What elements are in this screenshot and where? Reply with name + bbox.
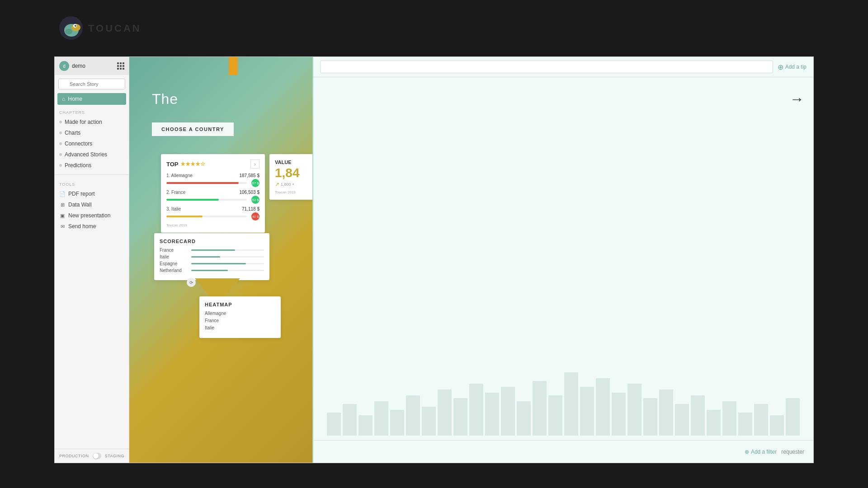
heatmap-row-france: France (205, 318, 275, 323)
chart-bar (675, 404, 689, 436)
svg-point-5 (75, 25, 76, 26)
value-number: 1,84 (275, 167, 309, 179)
top-card-title: TOP ★★★★☆ (166, 161, 205, 168)
logo-icon (59, 16, 84, 41)
chapters-section-label: Chapters (55, 107, 129, 117)
sidebar: d demo 🔍 ⌂ Home Chapters Made for (55, 57, 129, 463)
sidebar-header: d demo (55, 57, 129, 75)
badge-value: 40 $ (252, 215, 259, 219)
chart-bar (627, 384, 642, 436)
rank-badge: 40 $ (251, 212, 259, 221)
apps-grid-icon[interactable] (117, 62, 124, 70)
top-card-footer: Toucan 2019 (166, 223, 259, 227)
heatmap-card: HEATMAP Allemagne France Italie (199, 296, 281, 338)
main-content: The CHOOSE A COUNTRY TOP ★★★★☆ › 1. Alle… (129, 57, 813, 463)
chart-bar (517, 401, 531, 436)
chart-bar (406, 395, 420, 436)
scorecard-bar-area (191, 249, 264, 251)
choose-country-button[interactable]: CHOOSE A COUNTRY (152, 122, 234, 136)
requester-button[interactable]: requester (781, 449, 804, 455)
add-filter-button[interactable]: ⊕ Add a filter (745, 449, 777, 455)
rank-label: 3. Italie (166, 206, 200, 211)
sidebar-item-charts[interactable]: Charts (55, 127, 129, 138)
analytics-search[interactable] (320, 61, 773, 73)
add-filter-icon: ⊕ (745, 449, 749, 455)
rank-bar-container (166, 199, 247, 201)
chart-bar (707, 410, 721, 436)
chart-bar (390, 410, 404, 436)
sidebar-item-connectors[interactable]: Connectors (55, 138, 129, 149)
nav-dot (59, 142, 62, 145)
home-icon: ⌂ (62, 96, 65, 102)
sidebar-item-made-for-action[interactable]: Made for action (55, 117, 129, 127)
nav-dot (59, 153, 62, 156)
chart-bar (754, 404, 768, 436)
sidebar-item-home[interactable]: ⌂ Home (57, 93, 126, 105)
tools-section-label: Tools (55, 178, 129, 188)
scorecard-bar (191, 270, 228, 271)
scorecard-bar (191, 263, 246, 264)
tool-label: Send home (68, 223, 96, 230)
chart-bar (612, 393, 626, 436)
user-avatar: d (59, 61, 69, 71)
nav-dot (59, 164, 62, 167)
sidebar-item-advanced-stories[interactable]: Advanced Stories (55, 149, 129, 160)
scorecard-country: France (160, 248, 191, 253)
production-staging-toggle[interactable] (93, 453, 101, 459)
sidebar-divider (55, 174, 129, 175)
value-sub-text: 1,800 + (281, 182, 294, 187)
tool-new-presentation[interactable]: ▣ New presentation (55, 210, 129, 221)
star-rating: ★★★★☆ (180, 161, 205, 167)
chart-bar (438, 389, 452, 436)
pdf-icon: 📄 (59, 191, 66, 197)
add-tip-button[interactable]: ⊕ Add a tip (778, 63, 807, 71)
production-label: PRODUCTION (59, 454, 89, 458)
badge-value: 67 $ (252, 181, 259, 185)
trend-icon: ↗ (275, 181, 279, 188)
tool-data-wall[interactable]: ⊞ Data Wall (55, 199, 129, 210)
chart-bar (738, 413, 752, 436)
sidebar-item-predictions[interactable]: Predictions (55, 160, 129, 171)
chart-area (322, 363, 804, 436)
presentation-icon: ▣ (59, 212, 66, 219)
scorecard-bar (191, 256, 220, 258)
data-icon: ⊞ (59, 202, 66, 208)
rank-row-allemagne: 1. Allemagne 187,585 $ (166, 173, 259, 178)
analytics-header: ⊕ Add a tip (313, 57, 813, 77)
rank-badge: 52 $ (251, 196, 259, 204)
chart-bar (359, 415, 373, 436)
scorecard-title: SCORECARD (160, 239, 264, 244)
story-panel: The CHOOSE A COUNTRY TOP ★★★★☆ › 1. Alle… (129, 57, 312, 463)
arrow-cursor: ← (790, 91, 804, 108)
top-card: TOP ★★★★☆ › 1. Allemagne 187,585 $ 67 $ (161, 154, 265, 233)
chart-bar (643, 398, 657, 436)
scorecard-bar (191, 249, 235, 251)
chart-bar (422, 407, 436, 436)
chart-bar (691, 395, 705, 436)
top-card-next-button[interactable]: › (250, 160, 259, 169)
rank-bar-row-france: 52 $ (166, 196, 259, 204)
chart-bar (564, 372, 578, 436)
chart-bar (469, 384, 483, 436)
chart-bar (327, 413, 341, 436)
nav-dot (59, 121, 62, 123)
nav-item-label: Advanced Stories (65, 151, 107, 158)
rank-bar (166, 199, 219, 201)
add-filter-label: Add a filter (751, 449, 777, 455)
svg-point-6 (65, 29, 72, 34)
nav-dot (59, 131, 62, 134)
app-logo-text: TOUCAN (88, 23, 142, 34)
analytics-footer: ⊕ Add a filter requester (313, 440, 813, 463)
tool-send-home[interactable]: ✉ Send home (55, 221, 129, 232)
sidebar-footer: PRODUCTION STAGING (55, 449, 129, 463)
chart-bar (343, 404, 357, 436)
nav-item-label: Predictions (65, 162, 91, 169)
rank-value: 71,118 $ (242, 206, 259, 211)
heatmap-row-italie: Italie (205, 325, 275, 330)
scorecard-country: Italie (160, 254, 191, 259)
collapse-sidebar-button[interactable]: ⟳ (187, 278, 196, 287)
badge-value: 52 $ (252, 198, 259, 202)
tool-pdf-report[interactable]: 📄 PDF report (55, 188, 129, 199)
value-card: VALUE 1,84 ↗ 1,800 + Toucan 2019 (269, 154, 312, 200)
search-input[interactable] (58, 79, 125, 89)
